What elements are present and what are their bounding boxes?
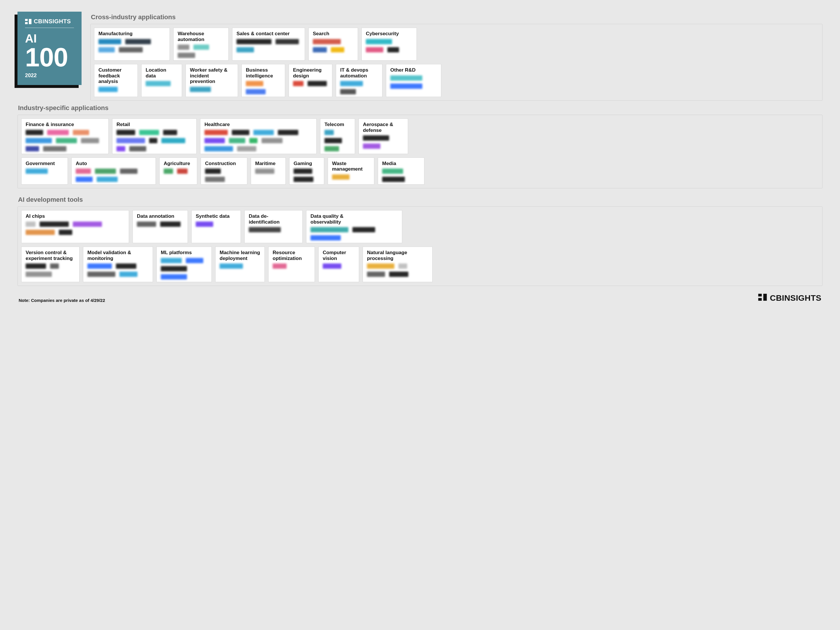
company-logo [232, 130, 249, 135]
company-logos [164, 169, 193, 182]
company-logo [324, 146, 339, 151]
category-title: Worker safety & incident prevention [190, 67, 234, 84]
company-logo [120, 169, 137, 174]
company-logo [178, 44, 189, 50]
company-logo [389, 272, 408, 277]
title-badge: CBINSIGHTS AI 100 2022 [17, 12, 82, 85]
category-card: Auto [71, 158, 156, 185]
company-logo [219, 263, 243, 269]
company-logos [117, 130, 192, 151]
company-logo [145, 81, 171, 86]
company-logo [97, 177, 118, 182]
company-logo [205, 169, 221, 174]
category-card: Finance & insurance [21, 118, 109, 154]
category-title: Engineering design [293, 67, 328, 79]
category-card: Telecom [320, 118, 355, 154]
company-logo [161, 138, 185, 143]
category-card: Manufacturing [94, 28, 170, 61]
category-card: AI chips [21, 210, 129, 243]
company-logo [129, 146, 146, 151]
company-logo [39, 222, 69, 227]
company-logos [25, 169, 63, 182]
company-logo [137, 222, 156, 227]
category-title: Cybersecurity [366, 31, 412, 37]
category-title: Data quality & observability [311, 213, 369, 225]
company-logo [73, 130, 89, 135]
company-logo [25, 230, 55, 235]
section-title: AI development tools [18, 196, 823, 203]
company-logo [237, 39, 272, 44]
category-title: Data annotation [137, 213, 183, 219]
category-card: Construction [201, 158, 247, 185]
company-logo [382, 177, 405, 182]
category-title: Media [382, 161, 420, 167]
company-logo [278, 130, 298, 135]
category-card: IT & devops automation [336, 64, 382, 97]
company-logo [116, 263, 136, 269]
company-logos [76, 169, 152, 182]
company-logo [76, 169, 91, 174]
category-card: Media [378, 158, 425, 185]
company-logo [311, 227, 348, 232]
company-logo [178, 53, 195, 58]
category-title: Machine learning deployment [219, 250, 261, 261]
company-logo [324, 138, 342, 143]
category-title: Agriculture [164, 161, 193, 167]
company-logo [25, 169, 48, 174]
category-title: Gaming [294, 161, 320, 167]
category-title: Natural language processing [367, 250, 425, 261]
category-card: Natural language processing [363, 247, 433, 282]
category-title: Model validation & monitoring [87, 250, 145, 261]
company-logos [294, 169, 320, 182]
company-logos [324, 130, 351, 151]
cbinsights-mark-icon [758, 293, 767, 303]
category-title: Version control & experiment tracking [25, 250, 75, 261]
company-logo [50, 263, 59, 269]
category-title: Waste management [332, 161, 370, 172]
category-title: Aerospace & defense [363, 122, 404, 133]
card-row: Customer feedback analysisLocation dataW… [94, 64, 819, 97]
category-title: IT & devops automation [340, 67, 378, 79]
company-logo [190, 87, 211, 92]
company-logo [95, 169, 116, 174]
company-logo [177, 169, 188, 174]
svg-rect-4 [758, 298, 762, 301]
badge-container: CBINSIGHTS AI 100 2022 [17, 12, 82, 85]
company-logo [73, 222, 102, 227]
company-logos [313, 39, 354, 58]
company-logo [117, 138, 145, 143]
company-logos [25, 130, 104, 151]
company-logo [246, 81, 263, 86]
company-logo [331, 47, 344, 52]
company-logo [125, 39, 151, 44]
company-logo [56, 138, 77, 143]
category-title: Retail [117, 122, 175, 128]
company-logo [204, 130, 228, 135]
company-logos [363, 135, 404, 151]
category-card: Engineering design [289, 64, 332, 97]
category-card: Computer vision [318, 247, 359, 282]
company-logos [190, 87, 234, 94]
svg-rect-5 [763, 294, 767, 301]
category-title: Sales & contact center [237, 31, 295, 37]
cbinsights-mark-icon [25, 19, 32, 24]
footer-brand: CBINSIGHTS [758, 293, 821, 303]
category-card: Model validation & monitoring [83, 247, 153, 282]
company-logo [25, 130, 43, 135]
company-logo [149, 138, 157, 143]
company-logos [205, 169, 243, 182]
card-row: AI chipsData annotationSynthetic dataDat… [21, 210, 819, 243]
company-logo [246, 89, 265, 94]
category-card: Maritime [251, 158, 286, 185]
category-title: Maritime [255, 161, 281, 167]
category-card: Machine learning deployment [215, 247, 265, 282]
company-logos [25, 222, 125, 241]
category-card: Location data [141, 64, 182, 97]
infographic-page: CBINSIGHTS AI 100 2022 Cross-industry ap… [17, 12, 823, 303]
category-card: Data quality & observability [306, 210, 402, 243]
company-logo [25, 222, 36, 227]
company-logo [363, 135, 389, 141]
category-card: Data de-identification [245, 210, 303, 243]
svg-rect-0 [25, 19, 28, 21]
category-card: Waste management [328, 158, 374, 185]
